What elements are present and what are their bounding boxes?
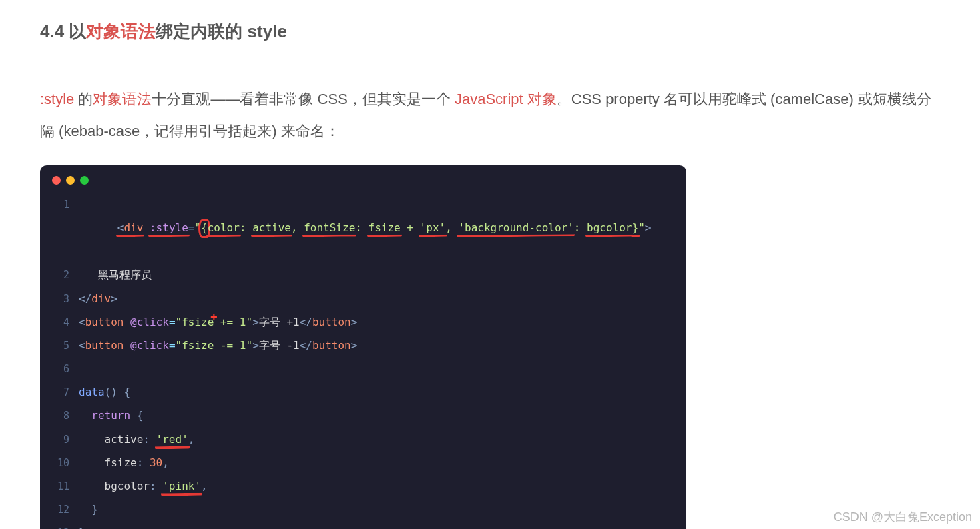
line-number: 9 bbox=[40, 429, 79, 451]
code-line: 9 active: 'red', bbox=[40, 428, 686, 451]
close-icon bbox=[52, 176, 61, 185]
code-line: 6 bbox=[40, 357, 686, 380]
para-text: 的 bbox=[74, 91, 93, 107]
code-content: </div> bbox=[79, 287, 117, 310]
code-line: 1 <div :style="{color: active, fontSize:… bbox=[40, 193, 686, 263]
code-content: data() { bbox=[79, 380, 130, 404]
zoom-icon bbox=[80, 176, 89, 185]
code-line: 12 } bbox=[40, 498, 686, 521]
line-number: 5 bbox=[40, 335, 79, 357]
heading-prefix: 4.4 以 bbox=[40, 21, 86, 41]
para-highlight-js-object: JavaScript 对象 bbox=[455, 91, 557, 107]
line-number: 13 bbox=[40, 522, 79, 529]
code-content: <button @click="fsize -= 1">字号 -1</butto… bbox=[79, 334, 357, 357]
code-content: bgcolor: 'pink', bbox=[79, 474, 208, 498]
para-style-keyword: :style bbox=[40, 91, 74, 107]
code-content: <button @click="fsize += 1">字号 +1</butto… bbox=[79, 310, 357, 334]
code-content: fsize: 30, bbox=[79, 451, 169, 474]
code-content: <div :style="{color: active, fontSize: f… bbox=[79, 193, 651, 263]
code-block: 1 <div :style="{color: active, fontSize:… bbox=[40, 165, 686, 529]
watermark: CSDN @大白兔Exception bbox=[834, 509, 972, 525]
code-content: } bbox=[79, 521, 85, 529]
line-number: 1 bbox=[40, 194, 79, 216]
window-traffic-lights bbox=[40, 175, 686, 193]
heading-suffix: 绑定内联的 style bbox=[156, 21, 287, 41]
line-number: 8 bbox=[40, 405, 79, 427]
code-line: 4 <button @click="fsize += 1">字号 +1</but… bbox=[40, 310, 686, 334]
code-line: 3 </div> bbox=[40, 287, 686, 310]
code-content: return { bbox=[79, 404, 143, 427]
para-text: 十分直观——看着非常像 CSS，但其实是一个 bbox=[152, 91, 454, 107]
line-number: 12 bbox=[40, 499, 79, 521]
line-number: 4 bbox=[40, 312, 79, 334]
para-highlight-object-syntax: 对象语法 bbox=[93, 91, 152, 107]
description-paragraph: :style 的对象语法十分直观——看着非常像 CSS，但其实是一个 JavaS… bbox=[40, 83, 940, 148]
code-line: 10 fsize: 30, bbox=[40, 451, 686, 474]
code-line: 7 data() { bbox=[40, 380, 686, 404]
code-line: 8 return { bbox=[40, 404, 686, 427]
code-line: 5 <button @click="fsize -= 1">字号 -1</but… bbox=[40, 334, 686, 357]
code-line: 13 } bbox=[40, 521, 686, 529]
section-heading: 4.4 以对象语法绑定内联的 style bbox=[40, 20, 940, 43]
code-content: active: 'red', bbox=[79, 428, 194, 451]
code-line: 11 bgcolor: 'pink', bbox=[40, 474, 686, 498]
line-number: 2 bbox=[40, 264, 79, 286]
minimize-icon bbox=[66, 176, 75, 185]
line-number: 11 bbox=[40, 476, 79, 498]
line-number: 7 bbox=[40, 382, 79, 404]
code-line: 2 黑马程序员 bbox=[40, 263, 686, 286]
code-content: 黑马程序员 bbox=[79, 263, 152, 286]
line-number: 6 bbox=[40, 358, 79, 380]
code-content: } bbox=[79, 498, 98, 521]
code-content bbox=[79, 357, 85, 380]
heading-highlight: 对象语法 bbox=[86, 21, 156, 41]
line-number: 3 bbox=[40, 288, 79, 310]
line-number: 10 bbox=[40, 452, 79, 474]
